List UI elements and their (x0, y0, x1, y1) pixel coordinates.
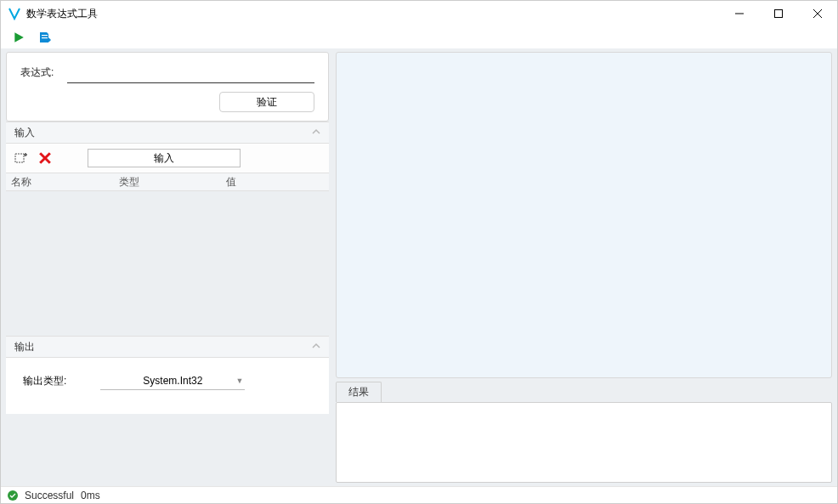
svg-rect-4 (42, 35, 48, 36)
minimize-button[interactable] (720, 1, 759, 26)
output-type-label: 输出类型: (23, 374, 66, 388)
delete-input-button[interactable] (37, 150, 54, 167)
output-section-label: 输出 (14, 340, 312, 354)
input-table-body (6, 191, 329, 336)
output-body: 输出类型: System.Int32 ▼ (6, 358, 329, 414)
svg-rect-1 (775, 10, 783, 18)
svg-rect-6 (15, 154, 24, 162)
left-panel: 表达式: 验证 输入 输入 名称 类型 (6, 52, 329, 483)
status-success-icon (8, 490, 18, 501)
maximize-button[interactable] (759, 1, 798, 26)
app-logo-icon (8, 7, 21, 20)
collapse-icon (312, 342, 320, 352)
expression-label: 表达式: (20, 65, 54, 83)
right-panel: 结果 (336, 52, 832, 483)
status-text: Successful (25, 490, 74, 501)
run-button[interactable] (11, 30, 26, 45)
window-title: 数学表达式工具 (26, 7, 98, 21)
result-tab[interactable]: 结果 (336, 382, 382, 402)
input-dropdown[interactable]: 输入 (88, 149, 241, 167)
export-button[interactable] (37, 30, 52, 45)
input-table-header: 名称 类型 值 (6, 173, 329, 191)
add-input-button[interactable] (13, 150, 30, 167)
main-content: 表达式: 验证 输入 输入 名称 类型 (1, 48, 837, 486)
result-output (336, 402, 832, 483)
input-section-label: 输入 (14, 126, 312, 140)
column-value: 值 (221, 175, 329, 190)
title-bar: 数学表达式工具 (1, 1, 837, 26)
status-bar: Successful 0ms (1, 486, 837, 503)
output-type-select[interactable]: System.Int32 ▼ (100, 371, 245, 390)
dropdown-caret-icon: ▼ (235, 377, 243, 385)
svg-rect-5 (42, 37, 48, 38)
output-type-value: System.Int32 (143, 375, 202, 387)
verify-button[interactable]: 验证 (219, 92, 314, 112)
status-time: 0ms (81, 490, 100, 501)
preview-canvas (336, 52, 832, 378)
column-type: 类型 (114, 175, 222, 190)
input-toolbar: 输入 (6, 144, 329, 173)
output-section-header[interactable]: 输出 (6, 336, 329, 358)
main-toolbar (1, 26, 837, 48)
expression-input[interactable] (67, 65, 314, 83)
input-section-header[interactable]: 输入 (6, 122, 329, 144)
result-tab-strip: 结果 (336, 382, 832, 402)
collapse-icon (312, 127, 320, 138)
expression-card: 表达式: 验证 (6, 52, 329, 122)
close-button[interactable] (798, 1, 837, 26)
column-name: 名称 (6, 175, 114, 190)
